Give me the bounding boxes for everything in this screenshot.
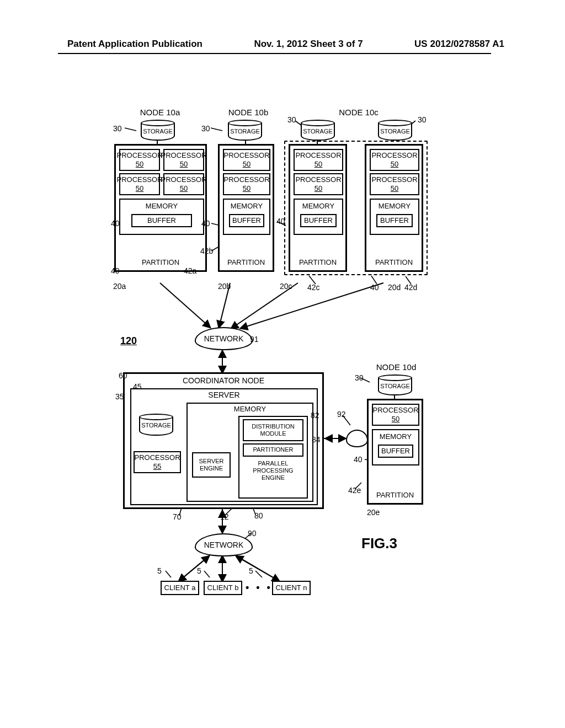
- node-10c-storage-icon-left: STORAGE: [296, 120, 339, 141]
- processor-box: PROCESSOR 50: [223, 173, 270, 195]
- ref-42e: 42e: [348, 486, 361, 495]
- ref-70: 70: [173, 512, 182, 521]
- node-10c-title: NODE 10c: [334, 108, 383, 117]
- ref-42b: 42b: [200, 247, 213, 255]
- processor-box: PROCESSOR 50: [372, 404, 419, 426]
- client-a-box: CLIENT a: [161, 581, 199, 595]
- ref-84: 84: [312, 435, 321, 444]
- ref-35: 35: [115, 392, 124, 401]
- memory-box: MEMORY BUFFER: [119, 199, 204, 235]
- partition-label: PARTITION: [116, 258, 205, 267]
- ref-40: 40: [370, 283, 379, 292]
- ref-40: 40: [276, 217, 285, 226]
- ref-30: 30: [418, 115, 427, 124]
- partitioner-box: PARTITIONER: [243, 443, 303, 457]
- node-10c-outline: [284, 141, 428, 275]
- ref-20c: 20c: [280, 282, 292, 291]
- ref-20a: 20a: [113, 282, 126, 291]
- ref-5: 5: [197, 566, 201, 575]
- node-10a-title: NODE 10a: [135, 108, 185, 117]
- ref-5: 5: [249, 566, 253, 575]
- ref-30: 30: [287, 115, 296, 124]
- parallel-engine-label: PARALLEL PROCESSING ENGINE: [239, 460, 307, 482]
- node-10b-storage-icon: STORAGE: [223, 120, 266, 141]
- svg-line-23: [211, 128, 222, 131]
- client-b-box: CLIENT b: [204, 581, 242, 595]
- ref-12: 12: [220, 512, 229, 521]
- ref-91: 91: [250, 335, 259, 344]
- ref-20d: 20d: [388, 283, 401, 292]
- ref-20b: 20b: [218, 282, 231, 291]
- ref-60: 60: [119, 371, 127, 380]
- ref-42d: 42d: [404, 283, 417, 292]
- server-engine-box: SERVER ENGINE: [192, 452, 231, 478]
- ellipsis-icon: • • •: [246, 582, 273, 593]
- ref-40: 40: [111, 266, 120, 275]
- page-header: Patent Application Publication Nov. 1, 2…: [0, 39, 565, 50]
- header-center: Nov. 1, 2012 Sheet 3 of 7: [254, 39, 363, 50]
- ref-30: 30: [201, 124, 210, 133]
- coord-processor-box: PROCESSOR 55: [134, 451, 181, 473]
- svg-line-50: [204, 571, 210, 577]
- processor-box: PROCESSOR 50: [223, 149, 270, 171]
- svg-line-9: [179, 556, 209, 581]
- ref-42c: 42c: [307, 283, 320, 292]
- memory-box: MEMORY BUFFER: [372, 429, 419, 465]
- svg-line-49: [166, 571, 171, 577]
- parallel-engine-box: DISTRIBUTION MODULE PARTITIONER PARALLEL…: [238, 416, 308, 499]
- coord-memory-box: MEMORY SERVER ENGINE DISTRIBUTION MODULE…: [186, 403, 313, 502]
- node-10b-partition-box: PROCESSOR 50 PROCESSOR 50 MEMORY BUFFER …: [218, 144, 274, 272]
- processor-box: PROCESSOR 50: [163, 149, 204, 171]
- processor-box: PROCESSOR 50: [163, 173, 204, 195]
- buffer-box: BUFFER: [378, 445, 413, 458]
- ref-20e: 20e: [367, 508, 380, 517]
- cloud-92: [346, 430, 368, 447]
- processor-box: PROCESSOR 50: [119, 149, 160, 171]
- ref-40: 40: [354, 455, 363, 464]
- ref-82: 82: [311, 411, 319, 420]
- processor-box: PROCESSOR 50: [119, 173, 160, 195]
- server-box: SERVER STORAGE PROCESSOR 55 MEMORY SERVE…: [130, 388, 318, 505]
- header-rule: [58, 53, 491, 54]
- server-title: SERVER: [131, 390, 317, 400]
- ref-30: 30: [355, 373, 364, 382]
- ref-40: 40: [111, 219, 120, 228]
- header-left: Patent Application Publication: [67, 39, 202, 50]
- memory-box: MEMORY BUFFER: [223, 199, 270, 235]
- svg-line-51: [255, 571, 262, 577]
- node-10d-storage-icon: STORAGE: [374, 374, 417, 395]
- partition-label: PARTITION: [369, 491, 422, 500]
- ref-5: 5: [157, 566, 162, 575]
- svg-line-13: [237, 556, 279, 581]
- ref-92: 92: [337, 410, 346, 419]
- buffer-box: BUFFER: [131, 214, 192, 227]
- node-10d-partition-box: PROCESSOR 50 MEMORY BUFFER PARTITION: [367, 399, 423, 505]
- diagram-area: NODE 10a STORAGE PROCESSOR 50 PROCESSOR …: [113, 108, 452, 609]
- node-10a-storage-icon: STORAGE: [136, 120, 179, 141]
- node-10a-partition-box: PROCESSOR 50 PROCESSOR 50 PROCESSOR 50 P…: [114, 144, 207, 272]
- ref-40: 40: [201, 219, 210, 228]
- node-10d-title: NODE 10d: [371, 362, 421, 372]
- ref-45: 45: [133, 382, 142, 391]
- ref-90: 90: [248, 529, 257, 538]
- coord-storage-icon: STORAGE: [135, 414, 178, 436]
- coordinator-node-box: COORDINATOR NODE SERVER STORAGE PROCESSO…: [123, 372, 324, 509]
- ref-30: 30: [113, 124, 122, 133]
- node-10b-title: NODE 10b: [223, 108, 273, 117]
- client-n-box: CLIENT n: [272, 581, 311, 595]
- network-91-cloud: NETWORK: [195, 327, 253, 350]
- svg-line-8: [179, 555, 210, 581]
- ref-42a: 42a: [184, 266, 196, 275]
- network-90-cloud: NETWORK: [195, 533, 253, 556]
- distribution-module-box: DISTRIBUTION MODULE: [243, 419, 303, 441]
- header-right: US 2012/0278587 A1: [414, 39, 504, 50]
- node-10c-storage-icon-right: STORAGE: [374, 120, 417, 141]
- svg-line-12: [236, 555, 279, 581]
- ref-80: 80: [254, 511, 263, 520]
- coordinator-title: COORDINATOR NODE: [125, 376, 322, 386]
- partition-label: PARTITION: [220, 258, 273, 267]
- svg-line-0: [160, 283, 210, 327]
- storage-label: STORAGE: [143, 128, 173, 135]
- svg-line-22: [125, 128, 136, 131]
- buffer-box: BUFFER: [229, 214, 264, 227]
